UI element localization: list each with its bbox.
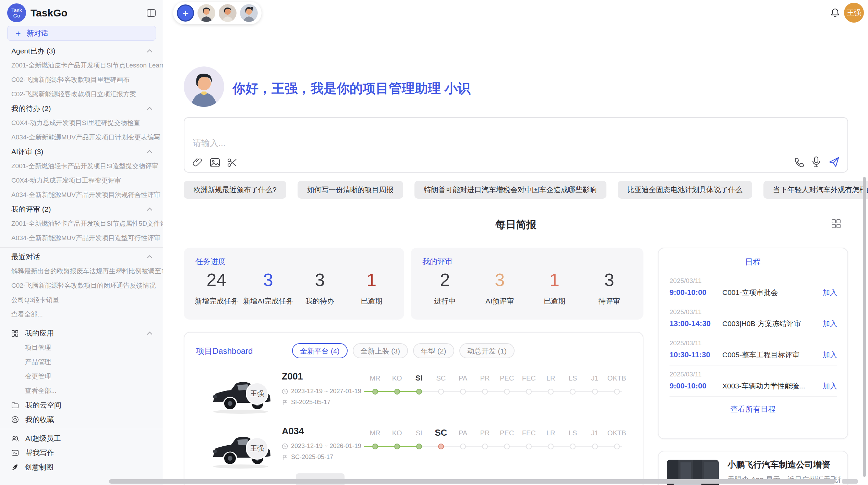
schedule-list: 2025/03/119:00-10:00C001-立项审批会加入2025/03/…: [670, 272, 837, 397]
stat-label: 我的待办: [294, 296, 346, 306]
app-item[interactable]: 变更管理: [0, 369, 163, 384]
vertical-scrollbar[interactable]: [863, 177, 866, 477]
member-avatar-2[interactable]: [219, 4, 237, 22]
sidebar-task-item[interactable]: Z001-全新燃油皮卡产品开发项目SI节点Lesson Learn报告: [0, 58, 163, 73]
sidebar-task-item[interactable]: C0X4-动力总成开发项目SI里程碑提交物检查: [0, 116, 163, 130]
sidebar-tool-1[interactable]: 帮我写作: [0, 446, 163, 460]
sidebar-task-item[interactable]: Z001-全新燃油轻卡产品开发项目SI造型提交物评审: [0, 159, 163, 173]
add-member-button[interactable]: ＋: [177, 4, 194, 22]
sidebar-section-header-2[interactable]: AI评审 (3): [0, 145, 163, 159]
recent-chat-item[interactable]: C02-飞腾新能源轻客改款项目的闭环通告反馈情况: [0, 278, 163, 293]
milestone-dot-KO[interactable]: [394, 389, 400, 395]
send-icon[interactable]: [828, 156, 840, 168]
app-item[interactable]: 查看全部...: [0, 384, 163, 398]
dashboard-tab-0[interactable]: 全新平台 (4): [292, 343, 348, 358]
sidebar-tool-0[interactable]: AI超级员工: [0, 431, 163, 446]
milestone-dot-SI[interactable]: [416, 444, 422, 449]
milestone-dot-PEC[interactable]: [504, 389, 510, 395]
person-avatar-icon: [240, 4, 258, 22]
microphone-icon[interactable]: [811, 156, 821, 168]
suggestion-chip-2[interactable]: 特朗普可能对进口汽车增税会对中国车企造成哪些影响: [414, 181, 606, 199]
milestone-dot-FEC[interactable]: [526, 444, 532, 449]
sidebar-section-header-1[interactable]: 我的待办 (2): [0, 101, 163, 116]
horizontal-scrollbar-end[interactable]: [842, 479, 858, 484]
sidebar-item-cloud[interactable]: 我的云空间: [0, 398, 163, 412]
milestone-dot-SC[interactable]: [438, 444, 444, 449]
sidebar-section-header-3[interactable]: 我的评审 (2): [0, 202, 163, 216]
sidebar-item-favorites[interactable]: 我的收藏: [0, 412, 163, 427]
milestone-dot-PR[interactable]: [482, 444, 488, 449]
milestone-dot-LR[interactable]: [548, 444, 554, 449]
stat-label: 已逾期: [346, 296, 397, 306]
sidebar-task-item[interactable]: C02-飞腾新能源轻客改款项目立项汇报方案: [0, 87, 163, 101]
sidebar-task-item[interactable]: A034-全新新能源MUV产品开发项目造型可行性评审: [0, 231, 163, 245]
user-avatar[interactable]: 王强: [844, 3, 864, 23]
milestone-dot-OKTB[interactable]: [614, 444, 620, 449]
recent-section: 最近对话解释最新出台的欧盟报废车法规再生塑料比例被调至15%...C02-飞腾新…: [0, 250, 163, 322]
suggestion-chip-3[interactable]: 比亚迪全固态电池计划具体说了什么: [618, 181, 752, 199]
schedule-title: 日程: [659, 257, 847, 267]
horizontal-scrollbar[interactable]: [109, 479, 836, 484]
milestone-dot-SC[interactable]: [438, 389, 444, 395]
notifications-bell-icon[interactable]: [830, 8, 840, 18]
card-title: 我的评审: [422, 257, 453, 267]
event-row: 9:00-10:00C001-立项审批会加入: [670, 288, 837, 297]
sidebar-tool-2[interactable]: 创意制图: [0, 460, 163, 474]
image-icon[interactable]: [210, 158, 220, 167]
join-button[interactable]: 加入: [823, 381, 837, 391]
join-button[interactable]: 加入: [823, 319, 837, 328]
my-review-card: 我的评审 2进行中3AI预评审1已逾期3待评审: [411, 248, 643, 320]
recent-chat-item[interactable]: 公司Q3轻卡销量: [0, 293, 163, 307]
stat-label: 已逾期: [527, 296, 582, 306]
milestone-dot-MR[interactable]: [372, 444, 378, 449]
sidebar-section-header-0[interactable]: Agent已办 (3): [0, 44, 163, 58]
dashboard-title: 项目Dashboard: [196, 346, 253, 357]
suggestion-chip-4[interactable]: 当下年轻人对汽车外观有怎样的喜好趋势: [763, 181, 868, 199]
milestone-dot-LS[interactable]: [570, 389, 576, 395]
collapse-sidebar-icon[interactable]: [146, 9, 156, 17]
milestone-dot-FEC[interactable]: [526, 389, 532, 395]
milestone-dot-LS[interactable]: [570, 444, 576, 449]
milestone-dot-PEC[interactable]: [504, 444, 510, 449]
event-row: 13:00-14:30C003|H0B-方案冻结评审加入: [670, 319, 837, 328]
milestone-dot-LR[interactable]: [548, 389, 554, 395]
attachment-icon[interactable]: [193, 158, 203, 168]
member-avatar-3[interactable]: [240, 4, 258, 22]
layout-grid-icon[interactable]: [831, 219, 841, 229]
recent-section-header[interactable]: 最近对话: [0, 250, 163, 264]
milestone-dot-SI[interactable]: [416, 389, 422, 395]
milestone-dot-PR[interactable]: [482, 389, 488, 395]
milestone-dot-MR[interactable]: [372, 389, 378, 395]
milestone-dot-PA[interactable]: [460, 389, 466, 395]
member-avatar-1[interactable]: [197, 4, 215, 22]
dashboard-tab-3[interactable]: 动总开发 (1): [459, 343, 515, 358]
sidebar-task-item[interactable]: A034-全新新能源MUV产品开发项目计划变更表编写: [0, 130, 163, 145]
suggestion-chip-0[interactable]: 欧洲新规最近颁布了什么?: [184, 181, 286, 199]
sidebar-task-item[interactable]: A034-全新新能源MUV产品开发项目法规符合性评审: [0, 188, 163, 202]
recent-chat-item[interactable]: 解释最新出台的欧盟报废车法规再生塑料比例被调至15%...: [0, 264, 163, 278]
sidebar-task-item[interactable]: C0X4-动力总成开发项目工程变更评审: [0, 173, 163, 188]
milestone-dot-J1[interactable]: [592, 444, 598, 449]
new-chat-button[interactable]: ＋ 新对话: [7, 26, 156, 41]
sidebar-task-item[interactable]: Z001-全新燃油轻卡产品开发项目SI节点属性5D文件评审: [0, 216, 163, 231]
project-dashboard-panel: 项目Dashboard 全新平台 (4)全新上装 (3)年型 (2)动总开发 (…: [184, 332, 643, 485]
milestone-dot-J1[interactable]: [592, 389, 598, 395]
recent-chat-item[interactable]: 查看全部...: [0, 307, 163, 322]
join-button[interactable]: 加入: [823, 288, 837, 297]
milestone-dot-OKTB[interactable]: [614, 389, 620, 395]
milestone-dot-KO[interactable]: [394, 444, 400, 449]
dashboard-tab-2[interactable]: 年型 (2): [413, 343, 454, 358]
join-button[interactable]: 加入: [823, 350, 837, 360]
phone-icon[interactable]: [794, 157, 805, 168]
view-all-schedule-link[interactable]: 查看所有日程: [659, 404, 847, 414]
scissors-icon[interactable]: [227, 158, 237, 167]
suggestion-chip-1[interactable]: 如何写一份清晰的项目周报: [298, 181, 403, 199]
app-item[interactable]: 项目管理: [0, 340, 163, 355]
owner-name: 王强: [250, 389, 264, 398]
apps-section-header[interactable]: 我的应用: [0, 326, 163, 340]
sidebar-task-item[interactable]: C02-飞腾新能源轻客改款项目里程碑画布: [0, 73, 163, 87]
message-composer[interactable]: 请输入...: [184, 117, 848, 173]
app-item[interactable]: 产品管理: [0, 355, 163, 369]
milestone-dot-PA[interactable]: [460, 444, 466, 449]
dashboard-tab-1[interactable]: 全新上装 (3): [353, 343, 408, 358]
